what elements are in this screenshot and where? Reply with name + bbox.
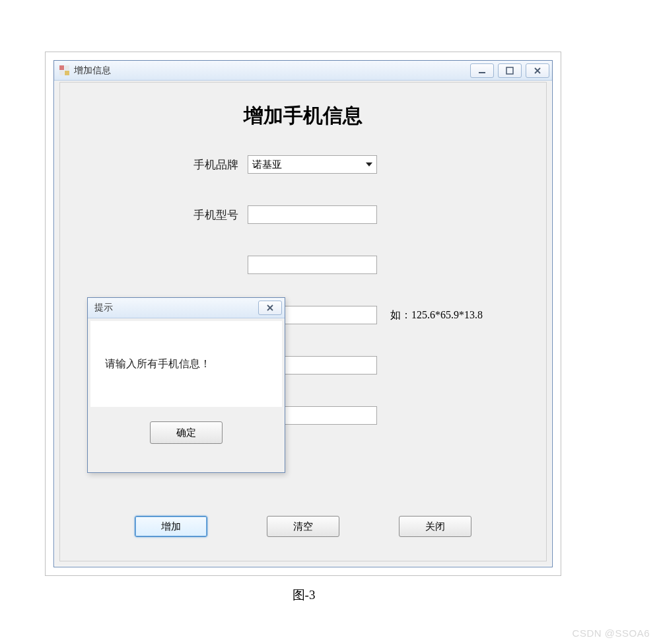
brand-selected-value: 诺基亚	[252, 159, 282, 171]
message-dialog: 提示 请输入所有手机信息！ 确定	[87, 297, 285, 473]
model-label: 手机型号	[60, 207, 248, 223]
close-button[interactable]	[526, 63, 549, 78]
dialog-title: 提示	[94, 302, 258, 314]
brand-label: 手机品牌	[60, 157, 248, 172]
main-window: 增加信息 增加手机信息 手机品牌 诺基亚	[53, 60, 553, 567]
model-input[interactable]	[248, 205, 377, 224]
minimize-icon	[478, 67, 486, 75]
figure-caption: 图-3	[0, 587, 607, 604]
add-button[interactable]: 增加	[135, 516, 207, 537]
maximize-icon	[506, 67, 514, 75]
svg-rect-0	[479, 72, 485, 73]
watermark: CSDN @SSOA6	[572, 627, 650, 639]
row-field3	[60, 256, 546, 274]
close-icon	[534, 67, 541, 75]
figure-border: 增加信息 增加手机信息 手机品牌 诺基亚	[45, 52, 561, 576]
row-model: 手机型号	[60, 205, 546, 224]
minimize-button[interactable]	[470, 63, 494, 78]
close-form-button[interactable]: 关闭	[399, 516, 471, 537]
dialog-titlebar[interactable]: 提示	[88, 298, 285, 318]
window-title: 增加信息	[74, 65, 470, 77]
maximize-button[interactable]	[498, 63, 522, 78]
button-row: 增加 清空 关闭	[60, 516, 546, 537]
app-icon	[59, 65, 70, 76]
clear-button[interactable]: 清空	[267, 516, 339, 537]
chevron-down-icon	[366, 162, 372, 166]
dialog-close-button[interactable]	[258, 301, 282, 315]
page-title: 增加手机信息	[60, 102, 546, 129]
field3-input[interactable]	[248, 256, 377, 274]
brand-select[interactable]: 诺基亚	[248, 155, 377, 174]
size-hint: 如：125.6*65.9*13.8	[390, 308, 483, 322]
dialog-ok-button[interactable]: 确定	[150, 421, 223, 444]
dialog-footer: 确定	[88, 410, 285, 444]
window-controls	[470, 63, 549, 78]
titlebar[interactable]: 增加信息	[54, 61, 552, 81]
row-brand: 手机品牌 诺基亚	[60, 155, 546, 174]
svg-rect-1	[506, 67, 513, 74]
dialog-message: 请输入所有手机信息！	[90, 321, 282, 407]
close-icon	[266, 304, 274, 312]
